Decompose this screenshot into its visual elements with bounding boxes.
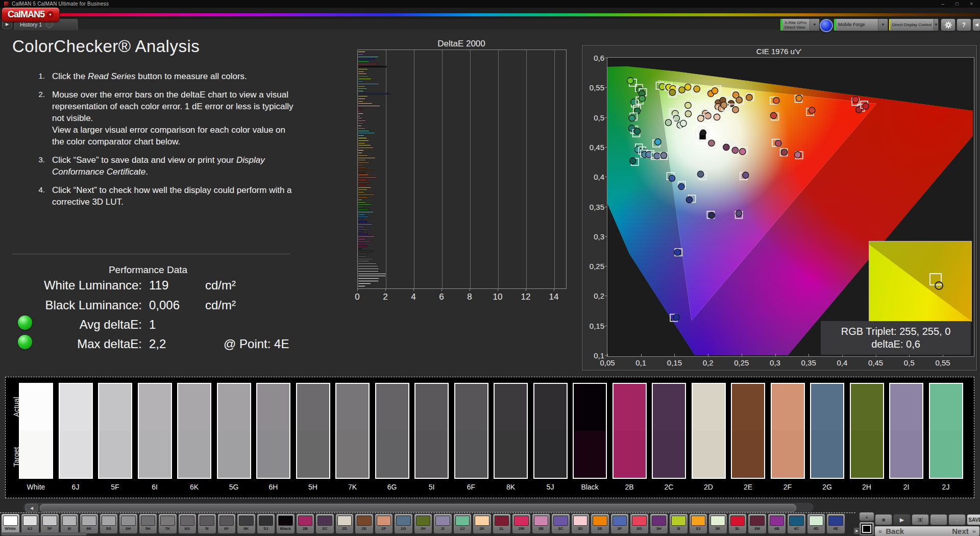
patch-chip-3G[interactable]: 3G <box>630 514 649 534</box>
next-button[interactable]: Next <box>952 527 969 535</box>
deltae-error-bar[interactable] <box>358 275 386 277</box>
patch-chip-8K[interactable]: 8K <box>237 514 256 534</box>
pattern-window-button[interactable] <box>859 522 874 536</box>
display-control-dropdown[interactable]: Direct Display Control ▼ <box>889 18 939 31</box>
deltae-error-bar[interactable] <box>358 71 364 72</box>
deltae-error-bar[interactable] <box>358 128 365 129</box>
deltae-error-bar[interactable] <box>358 162 370 163</box>
back-button[interactable]: Back <box>886 527 904 535</box>
deltae-error-bar[interactable] <box>358 182 370 183</box>
deltae-error-bar[interactable] <box>358 78 372 80</box>
deltae-error-bar[interactable] <box>358 191 364 193</box>
patch-chip-6G[interactable]: 6G <box>178 514 197 534</box>
deltae-error-bar[interactable] <box>358 209 370 210</box>
tab-close-icon[interactable] <box>46 21 53 28</box>
deltae-error-bar[interactable] <box>358 179 367 181</box>
deltae-error-bar[interactable] <box>358 285 365 287</box>
chevron-down-icon[interactable]: ▼ <box>810 19 819 31</box>
patch-chip-3I[interactable]: 3I <box>669 514 688 534</box>
settings-button[interactable] <box>941 18 955 31</box>
patch-chip-3L[interactable]: 3L <box>728 514 747 534</box>
patch-chip-4D[interactable]: 4D <box>807 514 826 534</box>
deltae-error-bar[interactable] <box>358 51 365 53</box>
save-button[interactable]: SAVE <box>967 514 980 525</box>
deltae-error-bar[interactable] <box>358 152 362 154</box>
patch-chip-2B[interactable]: 2B <box>296 514 315 534</box>
patch-chip-6I[interactable]: 6I <box>60 514 79 534</box>
patch-chip-2L[interactable]: 2L <box>493 514 511 534</box>
collapse-panel-button[interactable]: ◀ <box>972 18 980 31</box>
deltae-error-bar[interactable] <box>358 169 373 171</box>
deltae-error-bar[interactable] <box>358 101 363 102</box>
calman-logo-button[interactable]: CalMAN5 ▼ <box>2 7 60 22</box>
deltae-error-bar[interactable] <box>358 132 375 134</box>
deltae-error-bar[interactable] <box>358 86 365 87</box>
deltae-error-bar[interactable] <box>358 280 379 282</box>
deltae-error-bar[interactable] <box>358 164 363 166</box>
patch-chip-5F[interactable]: 5F <box>40 514 59 534</box>
deltae-error-bar[interactable] <box>358 238 366 240</box>
deltae-error-bar[interactable] <box>358 95 368 97</box>
read-single-button[interactable]: [▮] <box>912 514 929 525</box>
deltae-error-bar[interactable] <box>358 214 365 215</box>
deltae-error-bar[interactable] <box>358 157 376 159</box>
deltae-error-bar[interactable] <box>358 110 361 112</box>
patch-chip-2K[interactable]: 2K <box>473 514 492 534</box>
deltae-error-bar[interactable] <box>358 263 377 264</box>
patch-chip-3F[interactable]: 3F <box>610 514 629 534</box>
deltae-error-bar[interactable] <box>358 197 368 198</box>
deltae-error-bar[interactable] <box>358 233 368 235</box>
deltae-error-bar[interactable] <box>358 125 362 127</box>
deltae-error-bar[interactable] <box>358 105 380 107</box>
deltae-error-bar[interactable] <box>358 174 369 176</box>
deltae-error-bar[interactable] <box>358 117 362 119</box>
deltae-error-bar[interactable] <box>358 123 364 124</box>
deltae-error-bar[interactable] <box>358 167 367 168</box>
deltae-error-bar[interactable] <box>358 202 366 203</box>
patch-chip-2H[interactable]: 2H <box>414 514 433 534</box>
deltae-error-bar[interactable] <box>358 283 371 284</box>
patch-chip-6H[interactable]: 6H <box>119 514 138 534</box>
patch-chip-2G[interactable]: 2G <box>394 514 413 534</box>
deltae-error-bar[interactable] <box>358 177 377 178</box>
deltae-error-bar[interactable] <box>358 61 370 62</box>
meter-dropdown[interactable]: X-Rite i1Pro Direct View ▼ <box>780 18 820 31</box>
deltae-error-bar[interactable] <box>358 103 373 104</box>
patch-chip-3J[interactable]: 3J <box>689 514 708 534</box>
deltae-error-bar[interactable] <box>358 206 364 208</box>
patch-chip-2C[interactable]: 2C <box>315 514 334 534</box>
deltae-error-bar[interactable] <box>358 93 389 94</box>
patch-chip-Black[interactable]: Black <box>276 514 295 534</box>
scroll-up-button[interactable]: ▲ <box>859 512 874 521</box>
patch-chip-5J[interactable]: 5J <box>257 514 276 534</box>
deltae-error-bar[interactable] <box>358 194 375 196</box>
deltae-error-bar[interactable] <box>358 229 370 230</box>
patch-chip-2F[interactable]: 2F <box>375 514 394 534</box>
deltae-error-bar[interactable] <box>358 150 364 151</box>
refresh-button[interactable]: ↻ <box>948 514 966 525</box>
patch-chip-2J[interactable]: 2J <box>453 514 472 534</box>
deltae-error-bar[interactable] <box>358 265 378 267</box>
patch-chip-7K[interactable]: 7K <box>158 514 177 534</box>
deltae-error-bar[interactable] <box>358 278 379 279</box>
deltae-error-bar[interactable] <box>358 199 362 201</box>
deltae-error-bar[interactable] <box>358 54 364 55</box>
patch-chip-3M[interactable]: 3M <box>748 514 767 534</box>
deltae-error-bar[interactable] <box>358 211 374 213</box>
patch-chip-4E[interactable]: 4E <box>826 514 845 534</box>
minimize-button[interactable]: – <box>942 1 945 7</box>
deltae-error-bar[interactable] <box>358 256 367 257</box>
deltae-error-bar[interactable] <box>358 241 371 242</box>
read-continuous-button[interactable]: ∞ <box>930 514 947 525</box>
deltae-error-bar[interactable] <box>358 221 367 223</box>
scrollbar-thumb[interactable] <box>40 504 796 512</box>
patch-chip-4B[interactable]: 4B <box>768 514 787 534</box>
deltae-error-bar[interactable] <box>358 187 372 188</box>
patch-chip-5H[interactable]: 5H <box>139 514 158 534</box>
back-chevrons-icon[interactable]: « <box>878 527 882 535</box>
stop-button[interactable]: ■ <box>875 514 892 525</box>
deltae-error-bar[interactable] <box>358 159 366 161</box>
deltae-error-bar[interactable] <box>358 155 368 156</box>
deltae-error-bar[interactable] <box>358 268 379 270</box>
chevron-down-icon[interactable]: ▼ <box>878 19 888 31</box>
